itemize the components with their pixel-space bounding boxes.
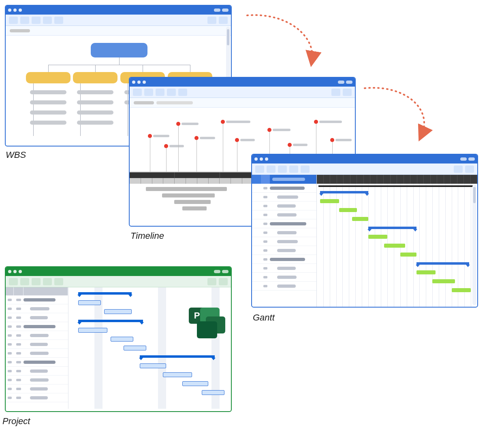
gantt-summary-bar[interactable] [416,262,470,265]
project-task-bar[interactable] [78,300,101,305]
project-row[interactable] [6,313,68,322]
project-summary-bar[interactable] [140,355,214,358]
wbs-child-node[interactable] [73,72,117,83]
project-task-bar[interactable] [182,381,208,386]
gantt-row[interactable] [252,193,316,202]
project-row[interactable] [6,367,68,376]
project-row-group[interactable] [6,322,68,331]
project-task-bar[interactable] [111,337,133,342]
project-task-bar[interactable] [202,390,224,395]
gantt-chart-area[interactable] [317,175,477,308]
toolbar-button[interactable] [207,17,216,24]
toolbar-button[interactable] [144,89,153,96]
project-row[interactable] [6,376,68,384]
project-task-list[interactable] [6,287,68,409]
toolbar-button[interactable] [156,89,164,96]
wbs-task-item[interactable] [77,110,113,115]
toolbar-button[interactable] [54,17,63,24]
project-task-bar[interactable] [163,372,192,377]
toolbar-button[interactable] [207,278,216,285]
project-row[interactable] [6,331,68,340]
gantt-task-list[interactable] [252,175,317,308]
milestone-dot[interactable] [235,138,239,142]
gantt-task-bar[interactable] [400,253,416,257]
toolbar-button[interactable] [267,166,275,173]
toolbar-button[interactable] [32,17,41,24]
toolbar-button[interactable] [167,89,176,96]
milestone-dot[interactable] [176,122,180,126]
gantt-row[interactable] [252,282,316,291]
gantt-row-group[interactable] [252,219,316,228]
project-row[interactable] [6,384,68,393]
gantt-row[interactable] [252,228,316,237]
project-row[interactable] [6,340,68,349]
milestone-dot[interactable] [164,144,168,148]
toolbar-button[interactable] [278,166,287,173]
toolbar-button[interactable] [20,278,29,285]
project-row[interactable] [6,304,68,313]
vertical-scrollbar[interactable] [472,185,476,305]
milestone-dot[interactable] [267,128,271,132]
project-row-group[interactable] [6,295,68,304]
window-controls[interactable] [132,81,146,84]
project-task-bar[interactable] [78,328,107,333]
gantt-summary-bar[interactable] [368,227,416,229]
gantt-task-bar[interactable] [352,217,368,221]
gantt-row[interactable] [252,202,316,210]
project-row-group[interactable] [6,358,68,367]
milestone-dot[interactable] [221,120,225,124]
toolbar-button[interactable] [219,17,228,24]
toolbar-button[interactable] [255,166,264,173]
project-task-bar[interactable] [124,346,146,350]
window-controls[interactable] [8,270,22,273]
window-controls[interactable] [254,157,268,161]
gantt-task-bar[interactable] [384,244,405,248]
project-summary-bar[interactable] [78,292,132,295]
wbs-task-item[interactable] [30,121,66,125]
window-controls[interactable] [8,8,22,12]
toolbar-button[interactable] [54,278,63,285]
toolbar-button[interactable] [343,89,352,96]
project-summary-bar[interactable] [78,320,143,322]
project-task-bar[interactable] [140,363,166,368]
toolbar-button[interactable] [289,166,298,173]
gantt-task-bar[interactable] [368,235,388,239]
milestone-dot[interactable] [194,136,199,140]
gantt-row[interactable] [252,273,316,282]
gantt-row[interactable] [252,210,316,219]
toolbar-button[interactable] [9,17,18,24]
gantt-row-group[interactable] [252,184,316,193]
gantt-row[interactable] [252,246,316,255]
gantt-task-bar[interactable] [452,288,471,292]
gantt-row[interactable] [252,237,316,246]
toolbar-button[interactable] [9,278,18,285]
wbs-task-item[interactable] [30,110,66,115]
toolbar-button[interactable] [43,17,52,24]
toolbar-button[interactable] [43,278,52,285]
wbs-task-item[interactable] [30,100,66,104]
milestone-dot[interactable] [148,134,152,138]
project-task-bar[interactable] [104,309,132,314]
toolbar-button[interactable] [133,89,142,96]
wbs-task-item[interactable] [77,100,113,104]
gantt-task-bar[interactable] [320,199,340,203]
gantt-task-bar[interactable] [432,279,455,283]
toolbar-button[interactable] [178,89,187,96]
wbs-child-node[interactable] [26,72,70,83]
gantt-summary-bar[interactable] [320,191,368,193]
project-row[interactable] [6,393,68,402]
wbs-task-item[interactable] [77,90,113,94]
toolbar-button[interactable] [32,278,41,285]
wbs-root-node[interactable] [91,43,147,57]
milestone-dot[interactable] [314,120,318,124]
project-row[interactable] [6,349,68,358]
project-chart-area[interactable]: P [68,287,231,409]
toolbar-button[interactable] [454,166,463,173]
toolbar-button[interactable] [331,89,340,96]
toolbar-button[interactable] [301,166,310,173]
gantt-row-group[interactable] [252,255,316,264]
gantt-task-bar[interactable] [339,208,357,212]
gantt-task-bar[interactable] [416,270,436,274]
toolbar-button[interactable] [219,278,228,285]
milestone-dot[interactable] [288,143,292,147]
